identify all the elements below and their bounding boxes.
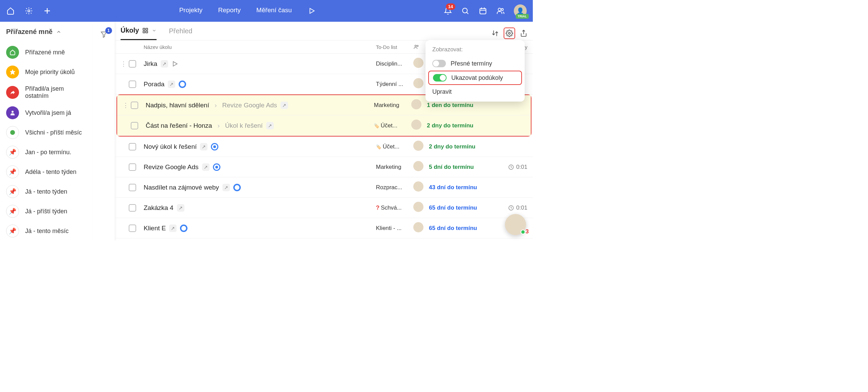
- sidebar-item-label: Přiřadil/a jsem ostatním: [25, 85, 87, 100]
- open-icon[interactable]: ↗: [169, 225, 177, 232]
- task-row[interactable]: ⋮účetnictví 07/20242🏷️Účet...72 dní do t…: [115, 238, 533, 240]
- assignee-avatar[interactable]: [413, 141, 429, 153]
- topbar: Projekty Reporty Měření času 14 👤: [0, 0, 533, 22]
- time-cell: 0:01: [497, 204, 527, 211]
- task-checkbox[interactable]: [131, 122, 138, 129]
- svg-point-5: [501, 8, 503, 11]
- opt-edit-label: Upravit: [432, 88, 452, 95]
- svg-rect-3: [480, 8, 486, 14]
- open-icon[interactable]: ↗: [177, 204, 184, 212]
- assignee-avatar[interactable]: [413, 222, 429, 234]
- task-checkbox[interactable]: [129, 81, 136, 88]
- open-icon[interactable]: ↗: [281, 102, 288, 109]
- open-icon[interactable]: ↗: [202, 163, 210, 171]
- task-checkbox[interactable]: [129, 204, 136, 212]
- sidebar-header[interactable]: Přiřazené mně: [5, 28, 88, 36]
- trial-badge: TRIAL: [516, 14, 529, 19]
- calendar-icon[interactable]: [478, 6, 487, 15]
- assignee-avatar[interactable]: [411, 99, 427, 111]
- assignee-avatar[interactable]: [413, 181, 429, 193]
- svg-point-0: [28, 10, 30, 12]
- task-row[interactable]: ⋮Nasdílet na zájmové weby↗Rozprac...43 d…: [115, 177, 533, 198]
- nav-reports[interactable]: Reporty: [218, 6, 241, 15]
- gear-icon[interactable]: [24, 6, 33, 15]
- opt-exact-dates[interactable]: Přesné termíny: [426, 56, 525, 71]
- deadline-cell: 1 den do termínu: [427, 102, 495, 109]
- open-icon[interactable]: ↗: [222, 184, 230, 191]
- view-settings-popover: Zobrazovat: Přesné termíny Ukazovat podú…: [426, 40, 525, 102]
- play-nav-icon[interactable]: [307, 6, 316, 15]
- task-checkbox[interactable]: [129, 163, 136, 171]
- sidebar-item[interactable]: 📌Jan - po termínu.: [5, 142, 88, 162]
- chevron-up-icon: [56, 29, 61, 35]
- todo-cell: Disciplin...: [376, 60, 413, 67]
- open-icon[interactable]: ↗: [161, 60, 168, 68]
- view-settings-icon[interactable]: [504, 28, 515, 39]
- task-name: Zakázka 4: [144, 204, 174, 212]
- notifications-icon[interactable]: 14: [444, 7, 452, 15]
- task-checkbox[interactable]: [129, 225, 136, 232]
- nav-projects[interactable]: Projekty: [179, 6, 203, 15]
- sidebar-item[interactable]: Vytvořil/a jsem já: [5, 103, 88, 123]
- svg-point-4: [498, 8, 501, 11]
- sort-icon[interactable]: [491, 30, 499, 37]
- drag-handle-icon[interactable]: ⋮: [121, 60, 129, 68]
- opt-edit[interactable]: Upravit: [426, 85, 525, 99]
- filter-panel[interactable]: 1: [93, 22, 115, 240]
- drag-handle-icon[interactable]: ⋮: [123, 102, 131, 109]
- user-avatar[interactable]: 👤 TRIAL: [514, 4, 527, 17]
- task-row[interactable]: ⋮Klient E↗Klienti - ...65 dní do termínu: [115, 218, 533, 238]
- home-icon[interactable]: [6, 6, 15, 15]
- people-icon[interactable]: [496, 6, 505, 15]
- assignee-avatar[interactable]: [413, 202, 429, 214]
- sidebar-item[interactable]: 📌Já - tento týden: [5, 182, 88, 201]
- svg-rect-10: [143, 31, 145, 33]
- deadline-cell: 43 dní do termínu: [429, 184, 497, 191]
- task-name: Nový úkol k řešení: [144, 143, 197, 150]
- assignee-avatar[interactable]: [413, 161, 429, 173]
- status-ring-icon: [180, 225, 187, 232]
- task-checkbox[interactable]: [129, 60, 136, 68]
- popover-header: Zobrazovat:: [426, 45, 525, 56]
- sidebar-item[interactable]: 📌Adéla - tento týden: [5, 162, 88, 182]
- notif-count: 14: [446, 3, 455, 10]
- task-row[interactable]: ⋮Revize Google Ads↗Marketing5 dní do ter…: [115, 157, 533, 177]
- sidebar-item-label: Vytvořil/a jsem já: [25, 109, 71, 117]
- assignee-avatar[interactable]: [411, 120, 427, 131]
- sidebar-item[interactable]: Moje priority úkolů: [5, 62, 88, 82]
- task-row[interactable]: ⋮Nový úkol k řešení↗🏷️Účet...2 dny do te…: [115, 137, 533, 157]
- task-row[interactable]: ⋮Část na řešení - Honza›Úkol k řešení ↗🏷…: [117, 115, 531, 136]
- floating-count: 3: [526, 228, 529, 235]
- sidebar-item[interactable]: 📌Já - příští týden: [5, 201, 88, 221]
- main-nav: Projekty Reporty Měření času: [52, 6, 444, 15]
- search-icon[interactable]: [461, 6, 470, 15]
- sidebar-item[interactable]: Přiřazené mně: [5, 42, 88, 62]
- plus-icon[interactable]: [43, 6, 52, 15]
- nav-time-tracking[interactable]: Měření času: [256, 6, 292, 15]
- toggle-show-subtasks[interactable]: [433, 74, 447, 82]
- status-ring-icon: [179, 81, 186, 88]
- task-checkbox[interactable]: [129, 184, 136, 191]
- task-row[interactable]: ⋮Zakázka 4↗?Schvá...65 dní do termínu0:0…: [115, 198, 533, 218]
- sidebar-item[interactable]: Přiřadil/a jsem ostatním: [5, 82, 88, 103]
- svg-point-2: [463, 8, 467, 13]
- svg-marker-1: [310, 8, 314, 14]
- tabs: Úkoly Přehled: [115, 22, 533, 40]
- floating-chat-avatar[interactable]: 3: [505, 214, 526, 235]
- share-icon[interactable]: [520, 30, 527, 37]
- open-icon[interactable]: ↗: [266, 122, 274, 129]
- sidebar-item[interactable]: 📌Já - tento měsíc: [5, 221, 88, 240]
- sidebar-item[interactable]: Všichni - příští měsíc: [5, 123, 88, 142]
- opt-show-subtasks[interactable]: Ukazovat podúkoly: [428, 71, 522, 85]
- open-icon[interactable]: ↗: [168, 81, 175, 88]
- task-checkbox[interactable]: [131, 102, 138, 109]
- open-icon[interactable]: ↗: [200, 143, 207, 150]
- tab-overview[interactable]: Přehled: [169, 27, 192, 40]
- tab-tasks[interactable]: Úkoly: [121, 26, 157, 40]
- toggle-exact-dates[interactable]: [432, 60, 446, 67]
- deadline-cell: 2 dny do termínu: [427, 122, 495, 129]
- play-icon[interactable]: [171, 60, 178, 67]
- sidebar: Přiřazené mně Přiřazené mněMoje priority…: [0, 22, 93, 240]
- opt-show-subtasks-label: Ukazovat podúkoly: [451, 74, 503, 82]
- task-checkbox[interactable]: [129, 143, 136, 150]
